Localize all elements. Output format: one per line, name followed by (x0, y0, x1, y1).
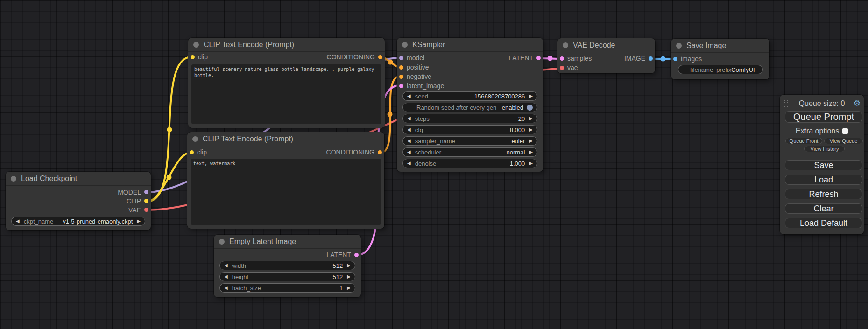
increment-arrow-icon[interactable]: ▶ (347, 263, 351, 268)
node-ksampler[interactable]: KSampler model LATENT positive negative … (397, 38, 543, 172)
steps-widget[interactable]: ◀ steps 20 ▶ (402, 114, 537, 123)
node-empty-latent-image[interactable]: Empty Latent Image LATENT ◀ width 512 ▶ … (214, 235, 361, 297)
port-dot-model-output[interactable] (144, 190, 148, 194)
prompt-textarea[interactable]: text, watermark (191, 159, 381, 225)
collapse-dot-icon[interactable] (193, 42, 199, 48)
collapse-dot-icon[interactable] (676, 43, 682, 49)
port-dot-negative-input[interactable] (399, 75, 403, 79)
port-dot-clip-output[interactable] (144, 199, 148, 203)
load-default-button[interactable]: Load Default (785, 218, 862, 228)
node-title-bar[interactable]: Save Image (671, 39, 769, 53)
increment-arrow-icon[interactable]: ▶ (529, 94, 533, 98)
port-dot-conditioning-output[interactable] (378, 55, 382, 59)
widget-label: cfg (415, 126, 423, 133)
scheduler-widget[interactable]: ◀ scheduler normal ▶ (402, 147, 537, 157)
collapse-dot-icon[interactable] (219, 239, 225, 245)
port-dot-latent-output[interactable] (536, 56, 541, 60)
load-button[interactable]: Load (785, 175, 862, 185)
decrement-arrow-icon[interactable]: ◀ (16, 219, 20, 224)
port-dot-vae-output[interactable] (144, 208, 148, 212)
output-label-vae: VAE (128, 206, 141, 214)
node-title-bar[interactable]: CLIP Text Encode (Prompt) (188, 38, 385, 52)
decrement-arrow-icon[interactable]: ◀ (407, 116, 411, 121)
port-dot-latent-output[interactable] (354, 253, 359, 257)
decrement-arrow-icon[interactable]: ◀ (224, 274, 228, 279)
node-load-checkpoint[interactable]: Load Checkpoint MODEL CLIP VAE ◀ ckpt_na… (6, 172, 151, 230)
port-dot-clip-input[interactable] (190, 150, 194, 154)
node-title: Load Checkpoint (21, 175, 77, 183)
node-title-bar[interactable]: CLIP Text Encode (Prompt) (187, 132, 384, 146)
prompt-textarea[interactable]: beautiful scenery nature glass bottle la… (191, 64, 381, 124)
widget-label: sampler_name (415, 138, 455, 145)
collapse-dot-icon[interactable] (563, 42, 568, 48)
port-dot-model-input[interactable] (399, 56, 403, 60)
port-dot-clip-input[interactable] (191, 55, 195, 59)
node-title-bar[interactable]: Load Checkpoint (6, 172, 151, 186)
ckpt-name-widget[interactable]: ◀ ckpt_name v1-5-pruned-emaonly.ckpt ▶ (11, 217, 145, 226)
increment-arrow-icon[interactable]: ▶ (529, 150, 533, 154)
collapse-dot-icon[interactable] (11, 176, 16, 182)
save-button[interactable]: Save (785, 160, 862, 170)
batch-size-widget[interactable]: ◀ batch_size 1 ▶ (219, 283, 355, 293)
port-dot-image-output[interactable] (649, 56, 653, 61)
decrement-arrow-icon[interactable]: ◀ (224, 286, 228, 290)
increment-arrow-icon[interactable]: ▶ (529, 127, 533, 132)
node-save-image[interactable]: Save Image images filename_prefix ComfyU… (671, 39, 769, 79)
queue-panel: Queue size: 0 ⚙ Queue Prompt Extra optio… (780, 95, 864, 234)
seed-widget[interactable]: ◀ seed 156680208700286 ▶ (402, 91, 537, 101)
widget-value: 512 (333, 273, 343, 280)
denoise-widget[interactable]: ◀ denoise 1.000 ▶ (402, 159, 537, 168)
increment-arrow-icon[interactable]: ▶ (529, 139, 533, 143)
view-queue-button[interactable]: View Queue (824, 138, 863, 144)
decrement-arrow-icon[interactable]: ◀ (407, 161, 411, 166)
port-dot-positive-input[interactable] (399, 65, 403, 70)
output-label-conditioning: CONDITIONING (326, 148, 374, 156)
output-row-latent: LATENT (214, 250, 361, 259)
toggle-dot-icon[interactable] (527, 105, 533, 111)
collapse-dot-icon[interactable] (402, 42, 408, 48)
decrement-arrow-icon[interactable]: ◀ (224, 263, 228, 268)
queue-front-button[interactable]: Queue Front (785, 138, 822, 144)
input-label-positive: positive (407, 63, 429, 71)
drag-handle-icon[interactable] (784, 100, 789, 108)
queue-prompt-button[interactable]: Queue Prompt (785, 111, 862, 123)
increment-arrow-icon[interactable]: ▶ (137, 219, 141, 224)
collapse-dot-icon[interactable] (192, 136, 198, 142)
node-title-bar[interactable]: VAE Decode (557, 38, 655, 52)
random-seed-widget[interactable]: Random seed after every gen enabled (402, 103, 537, 112)
increment-arrow-icon[interactable]: ▶ (347, 286, 351, 290)
input-label-images: images (681, 55, 702, 63)
port-dot-images-input[interactable] (673, 57, 677, 61)
gear-icon[interactable]: ⚙ (854, 98, 861, 109)
node-graph-canvas[interactable]: { "colors": { "model": "#b39ddb", "clip"… (0, 0, 868, 329)
view-history-button[interactable]: View History (804, 146, 845, 152)
port-dot-samples-input[interactable] (560, 56, 564, 61)
node-clip-text-encode-positive[interactable]: CLIP Text Encode (Prompt) clip CONDITION… (188, 38, 385, 128)
increment-arrow-icon[interactable]: ▶ (529, 116, 533, 121)
decrement-arrow-icon[interactable]: ◀ (407, 139, 411, 143)
node-vae-decode[interactable]: VAE Decode samples IMAGE vae (557, 38, 655, 73)
clear-button[interactable]: Clear (785, 203, 862, 214)
decrement-arrow-icon[interactable]: ◀ (407, 127, 411, 132)
output-label-conditioning: CONDITIONING (327, 53, 375, 61)
node-title-bar[interactable]: Empty Latent Image (214, 235, 361, 249)
extra-options-checkbox[interactable] (842, 128, 848, 134)
output-row-vae: VAE (6, 205, 151, 214)
decrement-arrow-icon[interactable]: ◀ (407, 150, 411, 154)
increment-arrow-icon[interactable]: ▶ (529, 161, 533, 166)
port-dot-vae-input[interactable] (560, 66, 564, 70)
height-widget[interactable]: ◀ height 512 ▶ (219, 272, 355, 281)
filename-prefix-widget[interactable]: filename_prefix ComfyUI (678, 65, 763, 74)
cfg-widget[interactable]: ◀ cfg 8.000 ▶ (402, 125, 537, 134)
sampler-name-widget[interactable]: ◀ sampler_name euler ▶ (402, 136, 537, 146)
decrement-arrow-icon[interactable]: ◀ (407, 94, 411, 98)
node-title-bar[interactable]: KSampler (397, 38, 543, 52)
increment-arrow-icon[interactable]: ▶ (347, 274, 351, 279)
output-label-image: IMAGE (624, 55, 645, 62)
port-dot-latent-image-input[interactable] (399, 84, 403, 88)
refresh-button[interactable]: Refresh (785, 189, 862, 199)
width-widget[interactable]: ◀ width 512 ▶ (219, 261, 355, 270)
port-dot-conditioning-output[interactable] (378, 150, 382, 154)
node-clip-text-encode-negative[interactable]: CLIP Text Encode (Prompt) clip CONDITION… (187, 132, 384, 229)
widget-value: 156680208700286 (474, 93, 525, 100)
